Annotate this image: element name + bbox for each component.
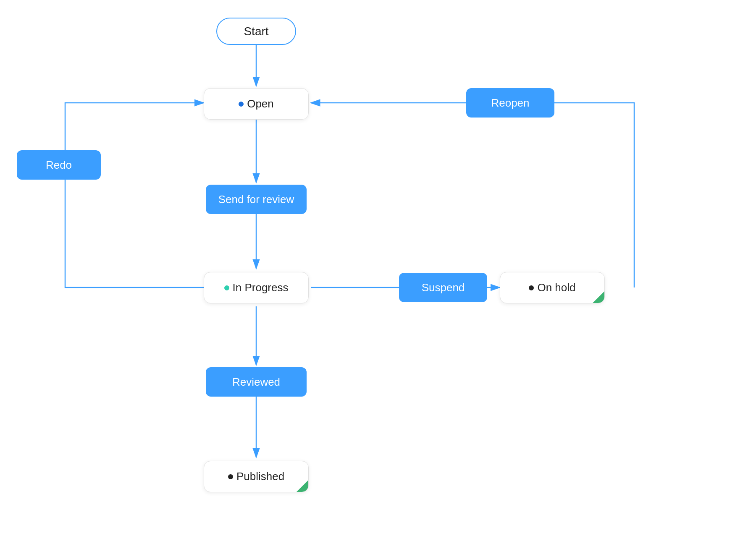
start-node: Start [216,18,296,45]
in-progress-state-node: In Progress [204,272,309,303]
workflow-diagram: Start Open Send for review In Progress R… [0,0,756,533]
redo-node[interactable]: Redo [17,150,101,180]
on-hold-state-node: On hold [500,272,605,303]
suspend-node[interactable]: Suspend [399,273,487,302]
reopen-label: Reopen [491,97,529,110]
on-hold-label: On hold [537,281,575,294]
open-state-node: Open [204,88,309,120]
published-corner-triangle [297,480,308,492]
corner-triangle [593,291,604,303]
redo-label: Redo [46,159,72,172]
published-label: Published [236,470,284,483]
send-for-review-node[interactable]: Send for review [206,185,307,214]
connections-layer [0,0,756,533]
reviewed-label: Reviewed [232,376,280,389]
open-label: Open [247,97,274,110]
send-for-review-label: Send for review [218,193,294,206]
published-state-node: Published [204,461,309,492]
open-dot [239,102,244,107]
in-progress-dot [224,285,229,290]
published-dot [228,474,233,479]
in-progress-label: In Progress [233,281,289,294]
suspend-label: Suspend [422,281,465,294]
on-hold-dot [529,285,534,290]
start-label: Start [244,25,268,38]
reviewed-node[interactable]: Reviewed [206,367,307,397]
reopen-node[interactable]: Reopen [466,88,554,118]
